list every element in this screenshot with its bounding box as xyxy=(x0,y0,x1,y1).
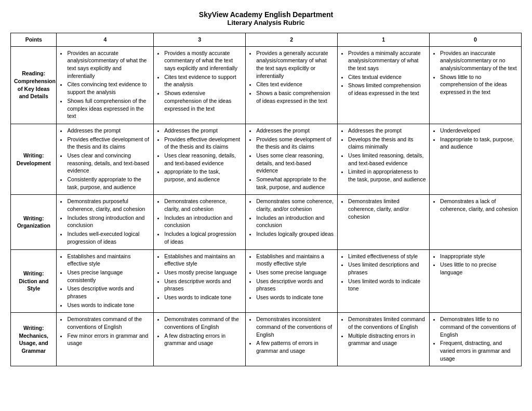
header-col0: 0 xyxy=(430,33,522,47)
list-item: Demonstrates purposeful coherence, clari… xyxy=(67,197,150,213)
cell-col3-row3: Establishes and maintains an effective s… xyxy=(154,249,246,313)
cell-col1-row1: Addresses the promptDevelops the thesis … xyxy=(338,124,430,195)
list-item: Addresses the prompt xyxy=(67,127,150,135)
list-item: Establishes and maintains a mostly effec… xyxy=(256,253,334,268)
list-item: Provides effective development of the th… xyxy=(164,136,242,151)
list-item: Uses mostly precise language xyxy=(164,269,242,276)
list-item: Addresses the prompt xyxy=(256,127,334,135)
list-item: A few patterns of errors in grammar and … xyxy=(256,339,334,354)
list-item: Demonstrates coherence, clarity, and coh… xyxy=(164,197,242,213)
list-item: Demonstrates a lack of coherence, clarit… xyxy=(440,197,518,213)
cell-col0-row0: Provides an inaccurate analysis/commenta… xyxy=(430,46,522,124)
list-item: Underdeveloped xyxy=(440,127,518,135)
cell-col3-row0: Provides a mostly accurate commentary of… xyxy=(154,46,246,124)
list-item: Includes well-executed logical progressi… xyxy=(67,230,150,245)
list-item: Demonstrates limited coherence, clarity,… xyxy=(348,197,426,220)
list-item: Uses limited descriptions and phrases xyxy=(348,261,426,276)
cell-col4-row0: Provides an accurate analysis/commentary… xyxy=(57,46,154,124)
list-item: Demonstrates limited command of the conv… xyxy=(348,315,426,330)
title-line2: Literary Analysis Rubric xyxy=(10,19,522,26)
list-item: Uses clear reasoning, details, and text-… xyxy=(164,152,242,167)
row-header-3: Writing: Diction and Style xyxy=(11,249,57,313)
list-item: Shows a basic comprehension of ideas exp… xyxy=(256,89,334,104)
cell-col1-row2: Demonstrates limited coherence, clarity,… xyxy=(338,195,430,249)
list-item: Few minor errors in grammar and usage xyxy=(67,332,150,347)
cell-col4-row4: Demonstrates command of the conventions … xyxy=(57,313,154,366)
cell-col0-row1: UnderdevelopedInappropriate to task, pur… xyxy=(430,124,522,195)
list-item: Uses little to no precise language xyxy=(440,261,518,276)
header-col2: 2 xyxy=(246,33,338,47)
list-item: Consistently appropriate to the task, pu… xyxy=(67,176,150,191)
title-line1: SkyView Academy English Department xyxy=(10,10,522,19)
list-item: Provides some development of the thesis … xyxy=(256,136,334,151)
list-item: Shows full comprehension of the complex … xyxy=(67,97,150,120)
list-item: Provides an inaccurate analysis/commenta… xyxy=(440,49,518,72)
list-item: Inappropriate to task, purpose, and audi… xyxy=(440,136,518,151)
list-item: Uses words to indicate tone xyxy=(256,294,334,301)
cell-col4-row3: Establishes and maintains effective styl… xyxy=(57,249,154,313)
cell-col3-row4: Demonstrates command of the conventions … xyxy=(154,313,246,366)
cell-col2-row2: Demonstrates some coherence, clarity, an… xyxy=(246,195,338,249)
page-title: SkyView Academy English Department Liter… xyxy=(10,10,522,26)
list-item: Provides effective development of the th… xyxy=(67,136,150,151)
list-item: Uses some precise language xyxy=(256,269,334,276)
cell-col2-row3: Establishes and maintains a mostly effec… xyxy=(246,249,338,313)
list-item: Cites textual evidence xyxy=(348,73,426,81)
list-item: Multiple distracting errors in grammar a… xyxy=(348,332,426,347)
list-item: Cites text evidence xyxy=(256,81,334,88)
list-item: appropriate to the task, purpose, and au… xyxy=(164,168,242,183)
cell-col0-row3: Inappropriate styleUses little to no pre… xyxy=(430,249,522,313)
list-item: Shows limited comprehension of ideas exp… xyxy=(348,82,426,97)
list-item: Uses limited words to indicate tone xyxy=(348,277,426,293)
list-item: Uses precise language consistently xyxy=(67,269,150,284)
table-row: Writing: OrganizationDemonstrates purpos… xyxy=(11,195,522,249)
row-header-0: Reading: Comprehension of Key Ideas and … xyxy=(11,46,57,124)
list-item: Develops the thesis and its claims minim… xyxy=(348,136,426,151)
list-item: Provides a generally accurate analysis/c… xyxy=(256,49,334,80)
list-item: Frequent, distracting, and varied errors… xyxy=(440,339,518,362)
list-item: Shows extensive comprehension of the ide… xyxy=(164,89,242,112)
cell-col3-row2: Demonstrates coherence, clarity, and coh… xyxy=(154,195,246,249)
table-row: Writing: DevelopmentAddresses the prompt… xyxy=(11,124,522,195)
row-header-2: Writing: Organization xyxy=(11,195,57,249)
list-item: Cites convincing text evidence to suppor… xyxy=(67,81,150,96)
list-item: Includes logically grouped ideas xyxy=(256,230,334,238)
table-row: Reading: Comprehension of Key Ideas and … xyxy=(11,46,522,124)
table-row: Writing: Diction and StyleEstablishes an… xyxy=(11,249,522,313)
header-points: Points xyxy=(11,33,57,47)
rubric-table: Points 4 3 2 1 0 Reading: Comprehension … xyxy=(10,33,522,366)
list-item: Uses descriptive words and phrases xyxy=(67,285,150,300)
list-item: Inappropriate style xyxy=(440,253,518,260)
cell-col4-row1: Addresses the promptProvides effective d… xyxy=(57,124,154,195)
list-item: Uses some clear reasoning, details, and … xyxy=(256,152,334,175)
list-item: Uses words to indicate tone xyxy=(164,294,242,301)
list-item: Cites text evidence to support the analy… xyxy=(164,73,242,88)
cell-col1-row4: Demonstrates limited command of the conv… xyxy=(338,313,430,366)
list-item: Includes an introduction and conclusion xyxy=(164,214,242,229)
list-item: Uses clear and convincing reasoning, det… xyxy=(67,152,150,175)
list-item: Includes strong introduction and conclus… xyxy=(67,214,150,229)
list-item: Uses words to indicate tone xyxy=(67,301,150,309)
list-item: A few distracting errors in grammar and … xyxy=(164,332,242,347)
list-item: Demonstrates little to no command of the… xyxy=(440,315,518,338)
cell-col1-row3: Limited effectiveness of styleUses limit… xyxy=(338,249,430,313)
row-header-4: Writing: Mechanics, Usage, and Grammar xyxy=(11,313,57,366)
list-item: Establishes and maintains effective styl… xyxy=(67,253,150,268)
list-item: Addresses the prompt xyxy=(164,127,242,135)
cell-col0-row4: Demonstrates little to no command of the… xyxy=(430,313,522,366)
cell-col2-row1: Addresses the promptProvides some develo… xyxy=(246,124,338,195)
cell-col4-row2: Demonstrates purposeful coherence, clari… xyxy=(57,195,154,249)
header-col3: 3 xyxy=(154,33,246,47)
table-row: Writing: Mechanics, Usage, and GrammarDe… xyxy=(11,313,522,366)
list-item: Provides a minimally accurate analysis/c… xyxy=(348,49,426,72)
cell-col3-row1: Addresses the promptProvides effective d… xyxy=(154,124,246,195)
list-item: Limited in appropriateness to the task, … xyxy=(348,168,426,183)
list-item: Somewhat appropriate to the task, purpos… xyxy=(256,176,334,191)
cell-col2-row4: Demonstrates inconsistent command of the… xyxy=(246,313,338,366)
header-col1: 1 xyxy=(338,33,430,47)
list-item: Demonstrates inconsistent command of the… xyxy=(256,315,334,338)
header-row: Points 4 3 2 1 0 xyxy=(11,33,522,47)
list-item: Addresses the prompt xyxy=(348,127,426,135)
cell-col0-row2: Demonstrates a lack of coherence, clarit… xyxy=(430,195,522,249)
list-item: Demonstrates command of the conventions … xyxy=(164,315,242,330)
